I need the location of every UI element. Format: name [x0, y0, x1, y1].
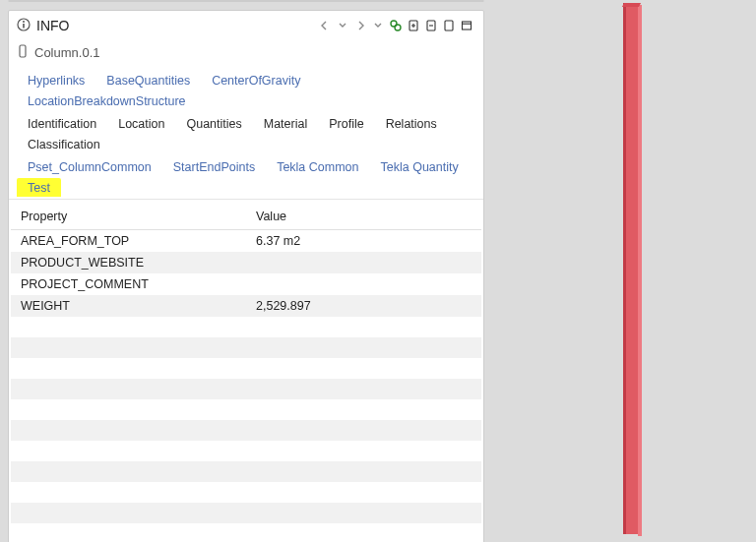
prop-name: PROJECT_COMMENT: [11, 273, 246, 295]
info-panel-title: INFO: [36, 18, 69, 33]
tab-location[interactable]: Location: [107, 114, 175, 133]
tab-material[interactable]: Material: [253, 114, 318, 133]
table-row-empty: [11, 317, 481, 337]
upper-blank-card: [8, 0, 484, 2]
table-row-empty: [11, 379, 481, 399]
prop-name: AREA_FORM_TOP: [11, 230, 246, 253]
tab-classification[interactable]: Classification: [17, 135, 111, 153]
breadcrumb-row: Column.0.1: [9, 40, 483, 71]
tab-profile[interactable]: Profile: [318, 114, 374, 133]
col-header-value[interactable]: Value: [246, 204, 481, 230]
table-row-empty: [11, 482, 481, 503]
property-table-wrap: Property Value AREA_FORM_TOP6.37 m2PRODU…: [9, 200, 483, 542]
breadcrumb-text: Column.0.1: [34, 45, 99, 60]
table-row-empty: [11, 420, 481, 441]
tab-hyperlinks[interactable]: Hyperlinks: [17, 71, 95, 90]
table-row[interactable]: AREA_FORM_TOP6.37 m2: [11, 230, 481, 253]
table-row[interactable]: PROJECT_COMMENT: [11, 273, 481, 295]
tab-startendpoints[interactable]: StartEndPoints: [162, 157, 266, 176]
clipboard-add-icon[interactable]: [405, 17, 422, 34]
info-panel-header: INFO: [9, 11, 483, 40]
tab-pset_columncommon[interactable]: Pset_ColumnCommon: [17, 157, 162, 176]
table-row-empty: [11, 441, 481, 461]
property-table: Property Value AREA_FORM_TOP6.37 m2PRODU…: [11, 204, 481, 542]
column-3d-element[interactable]: [623, 3, 643, 534]
prop-value: [246, 252, 481, 273]
info-icon: [17, 18, 31, 34]
prop-name: PRODUCT_WEBSITE: [11, 252, 246, 273]
svg-point-4: [395, 25, 401, 30]
nav-next-dropdown-icon[interactable]: [369, 17, 387, 34]
col-header-property[interactable]: Property: [11, 204, 246, 230]
table-row-empty: [11, 337, 481, 358]
prop-value: [246, 273, 481, 295]
tab-centerofgravity[interactable]: CenterOfGravity: [201, 71, 311, 90]
svg-rect-10: [20, 45, 26, 57]
tab-tekla-common[interactable]: Tekla Common: [266, 157, 369, 176]
property-table-body: AREA_FORM_TOP6.37 m2PRODUCT_WEBSITEPROJE…: [11, 230, 481, 543]
tab-quantities[interactable]: Quantities: [175, 114, 252, 133]
table-row-empty: [11, 503, 481, 523]
svg-rect-7: [445, 21, 453, 30]
nav-first-dropdown-icon[interactable]: [334, 17, 351, 34]
svg-point-2: [23, 21, 25, 23]
tab-strip: HyperlinksBaseQuantitiesCenterOfGravityL…: [9, 71, 483, 200]
tab-test[interactable]: Test: [17, 178, 61, 197]
element-icon: [17, 44, 29, 61]
svg-rect-8: [463, 22, 472, 30]
3d-viewport[interactable]: [492, 0, 756, 542]
window-icon[interactable]: [458, 17, 475, 34]
tab-locationbreakdownstructure[interactable]: LocationBreakdownStructure: [17, 91, 197, 110]
prop-name: WEIGHT: [11, 295, 246, 317]
info-panel: INFO: [8, 10, 484, 542]
table-row-empty: [11, 461, 481, 482]
tab-tekla-quantity[interactable]: Tekla Quantity: [370, 157, 470, 176]
nav-first-button[interactable]: [316, 17, 334, 34]
link-icon[interactable]: [387, 17, 405, 34]
table-row-empty: [11, 358, 481, 379]
prop-value: 2,529.897: [246, 295, 481, 317]
tab-relations[interactable]: Relations: [375, 114, 448, 133]
svg-rect-1: [23, 24, 25, 29]
table-row[interactable]: PRODUCT_WEBSITE: [11, 252, 481, 273]
table-row[interactable]: WEIGHT2,529.897: [11, 295, 481, 317]
clipboard-remove-icon[interactable]: [422, 17, 440, 34]
prop-value: 6.37 m2: [246, 230, 481, 253]
nav-next-button[interactable]: [351, 17, 369, 34]
clipboard-icon[interactable]: [440, 17, 458, 34]
table-row-empty: [11, 523, 481, 542]
tab-basequantities[interactable]: BaseQuantities: [95, 71, 201, 90]
table-row-empty: [11, 399, 481, 420]
tab-identification[interactable]: Identification: [17, 114, 107, 133]
